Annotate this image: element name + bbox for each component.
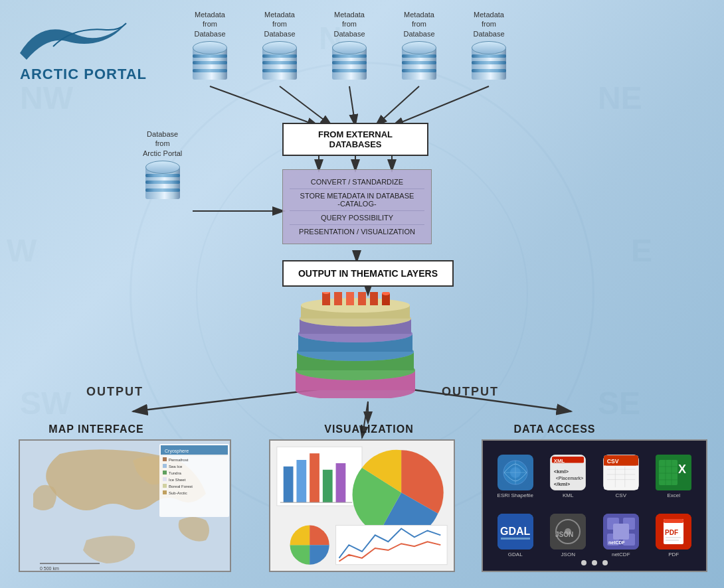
- dot-1: [581, 560, 587, 565]
- compass-sw: SW: [20, 385, 71, 421]
- svg-text:GDAL: GDAL: [500, 526, 531, 537]
- db-external-2: MetadatafromDatabase: [262, 10, 297, 81]
- svg-rect-68: [284, 467, 294, 502]
- cylinder-2: [262, 41, 297, 81]
- icon-esri-shapefile: ESRI Shapefile: [498, 455, 533, 498]
- pdf-label: PDF: [668, 551, 679, 557]
- db-external-3: MetadatafromDatabase: [332, 10, 367, 81]
- csv-label: CSV: [616, 492, 626, 498]
- icon-csv: CSV CSV: [603, 455, 639, 498]
- svg-text:Sea Ice: Sea Ice: [169, 465, 183, 469]
- cylinder-1: [193, 41, 227, 81]
- esri-label: ESRI Shapefile: [498, 492, 533, 498]
- svg-rect-54: [163, 464, 167, 468]
- svg-text:X: X: [678, 463, 686, 476]
- excel-label: Excel: [667, 492, 680, 498]
- process-step-1: CONVERT / STANDARDIZE: [290, 175, 424, 189]
- db-arctic-portal: DatabasefromArctic Portal: [143, 129, 182, 200]
- map-interface-panel: Cryosphere Permafrost Sea Ice Tundra Ice…: [19, 439, 231, 572]
- db-label-4: MetadatafromDatabase: [403, 10, 434, 38]
- svg-rect-52: [163, 457, 167, 461]
- layers-svg: [282, 292, 428, 398]
- visualization-panel: [269, 439, 455, 572]
- compass-e: E: [631, 232, 652, 269]
- excel-icon: X: [656, 455, 691, 490]
- svg-text:Ice Sheet: Ice Sheet: [169, 478, 186, 482]
- section-data-label: DATA ACCESS: [488, 423, 621, 435]
- viz-svg: [270, 439, 454, 572]
- svg-rect-117: [613, 524, 629, 540]
- svg-rect-72: [336, 463, 346, 502]
- db-label-2: MetadatafromDatabase: [264, 10, 295, 38]
- esri-icon: [498, 455, 533, 490]
- svg-text:Boreal Forest: Boreal Forest: [169, 484, 193, 488]
- cylinder-3: [332, 41, 367, 81]
- logo-area: ARCTIC PORTAL: [13, 13, 159, 83]
- db-label-3: MetadatafromDatabase: [333, 10, 365, 38]
- svg-text:PDF: PDF: [665, 529, 678, 536]
- pdf-icon: PDF: [656, 514, 691, 550]
- db-label-1: MetadatafromDatabase: [194, 10, 225, 38]
- netcdf-icon: netCDF: [603, 514, 639, 550]
- db-label-5: MetadatafromDatabase: [473, 10, 504, 38]
- svg-line-3: [280, 86, 332, 126]
- output-thematic-layers-box: OUTPUT IN THEMATIC LAYERS: [282, 260, 454, 287]
- thematic-layers-graphic: [279, 292, 432, 398]
- icon-pdf: PDF PDF: [656, 514, 691, 557]
- svg-line-4: [349, 86, 355, 126]
- section-viz-label: VISUALIZATION: [317, 423, 420, 435]
- viz-content: [270, 441, 454, 571]
- svg-rect-121: [664, 519, 683, 523]
- icon-excel: X Excel: [656, 455, 691, 498]
- compass-w: W: [7, 232, 37, 269]
- svg-text:<Placemark>: <Placemark>: [556, 475, 584, 480]
- svg-rect-62: [163, 490, 167, 494]
- section-map-label: MAP INTERFACE: [33, 423, 159, 435]
- svg-line-5: [375, 86, 419, 126]
- kml-label: KML: [563, 492, 573, 498]
- cylinder-5: [472, 41, 506, 81]
- svg-point-34: [301, 298, 410, 313]
- csv-icon: CSV: [603, 455, 639, 490]
- svg-rect-37: [346, 292, 354, 305]
- output-thematic-label: OUTPUT IN THEMATIC LAYERS: [298, 268, 438, 279]
- from-external-databases-box: FROM EXTERNAL DATABASES: [282, 123, 428, 156]
- svg-rect-69: [296, 460, 306, 502]
- logo-bird-icon: [13, 13, 133, 66]
- icon-netcdf: netCDF netCDF: [603, 514, 639, 557]
- data-content: ESRI Shapefile XML <kml> <Placemark> </k…: [483, 441, 706, 571]
- svg-rect-36: [334, 292, 342, 305]
- db-external-1: MetadatafromDatabase: [193, 10, 227, 81]
- svg-text:Permafrost: Permafrost: [169, 458, 189, 462]
- svg-text:CSV: CSV: [607, 457, 619, 464]
- pagination-dots: [581, 560, 608, 565]
- db-arctic-label: DatabasefromArctic Portal: [143, 129, 182, 158]
- svg-rect-56: [163, 471, 167, 475]
- output-label-right: OUTPUT: [442, 385, 499, 399]
- db-external-4: MetadatafromDatabase: [402, 10, 436, 81]
- cylinder-4: [402, 41, 436, 81]
- svg-text:0        500 km: 0 500 km: [40, 566, 59, 571]
- kml-icon: XML <kml> <Placemark> </kml>: [550, 455, 586, 490]
- svg-line-6: [392, 86, 489, 126]
- svg-text:<kml>: <kml>: [554, 468, 569, 474]
- svg-rect-70: [310, 453, 319, 502]
- icon-gdal: GDAL GDAL: [498, 514, 533, 557]
- svg-rect-60: [163, 484, 167, 488]
- netcdf-label: netCDF: [612, 551, 630, 557]
- svg-text:Cryosphere: Cryosphere: [165, 449, 189, 454]
- svg-text:XML: XML: [554, 457, 565, 463]
- svg-rect-107: [501, 538, 530, 540]
- svg-text:netCDF: netCDF: [608, 540, 626, 545]
- svg-line-2: [210, 86, 319, 126]
- svg-rect-71: [323, 470, 333, 502]
- from-ext-label: FROM EXTERNAL DATABASES: [318, 129, 393, 149]
- compass-nw: NW: [20, 80, 73, 116]
- db-external-5: MetadatafromDatabase: [472, 10, 506, 81]
- svg-text:JSON: JSON: [555, 531, 573, 538]
- dot-3: [602, 560, 608, 565]
- dot-2: [592, 560, 597, 565]
- svg-text:</kml>: </kml>: [554, 481, 571, 487]
- svg-rect-98: [659, 460, 678, 485]
- cylinder-arctic: [145, 161, 180, 200]
